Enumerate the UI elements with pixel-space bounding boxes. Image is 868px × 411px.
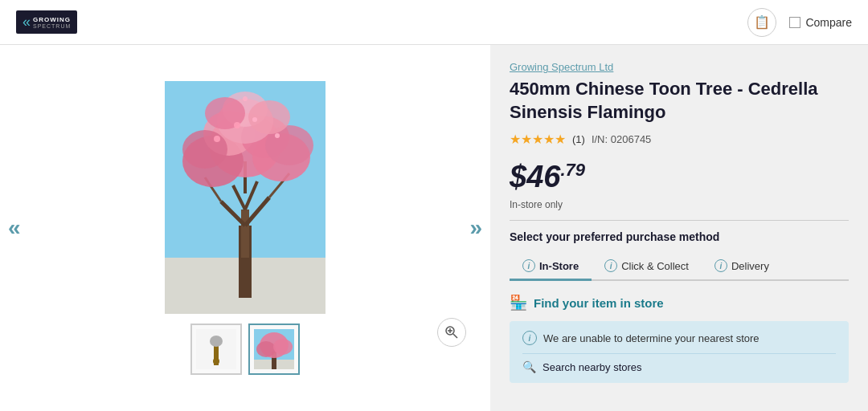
compare-checkbox[interactable] [789,17,800,28]
svg-point-40 [273,339,293,355]
compare-control[interactable]: Compare [789,16,852,29]
rating-row: ★★★★★ (1) I/N: 0206745 [510,132,849,147]
store-building-icon: 🏪 [510,294,527,311]
thumbnail-2[interactable] [248,324,300,375]
tab-delivery[interactable]: i Delivery [702,253,782,281]
list-icon-button[interactable]: 📋 [747,8,776,37]
tab-delivery-label: Delivery [731,260,769,272]
tab-click-collect-label: Click & Collect [621,260,689,272]
compare-label: Compare [805,16,852,29]
price-display: $46.79 [510,160,849,194]
store-info-message: We are unable to determine your nearest … [543,332,760,344]
svg-point-34 [213,358,219,364]
logo: « GROWING SPECTRUM [16,10,77,34]
product-image-svg [165,81,326,314]
logo-icon: « [23,14,31,31]
thumbnail-1[interactable] [190,324,242,375]
svg-point-22 [234,122,240,128]
purchase-method-heading: Select your preferred purchase method [510,230,849,243]
in-store-info-icon: i [522,259,535,272]
svg-point-23 [252,117,257,122]
prev-image-button[interactable]: « [8,215,21,241]
click-collect-info-icon: i [604,259,617,272]
product-title: 450mm Chinese Toon Tree - Cedrella Sinen… [510,78,849,124]
svg-point-17 [182,130,227,169]
list-icon: 📋 [754,14,770,30]
svg-point-24 [214,136,220,142]
divider-1 [510,220,849,221]
info-box-divider [522,353,836,354]
price-cents: .79 [560,161,585,181]
svg-point-26 [243,96,248,101]
next-image-button[interactable]: » [469,215,482,241]
svg-rect-3 [241,210,249,258]
store-section-header: 🏪 Find your item in store [510,294,849,311]
availability-label: In-store only [510,199,849,210]
star-rating: ★★★★★ [510,132,566,147]
tab-click-collect[interactable]: i Click & Collect [592,253,702,281]
main-content: « [0,45,868,411]
delivery-info-icon: i [714,259,727,272]
store-info-box: i We are unable to determine your neares… [510,321,849,383]
tab-in-store[interactable]: i In-Store [510,253,592,281]
logo-text: GROWING SPECTRUM [33,16,71,29]
brand-link[interactable]: Growing Spectrum Ltd [510,61,849,73]
product-image [165,81,326,314]
purchase-method-tabs: i In-Store i Click & Collect i Delivery [510,253,849,281]
review-count[interactable]: (1) [572,133,585,145]
info-circle-icon: i [522,331,537,345]
item-number: I/N: 0206745 [592,133,651,145]
search-icon: 🔍 [522,360,536,373]
price-dollar: $46 [510,160,560,193]
header-actions: 📋 Compare [747,8,852,37]
search-stores-link[interactable]: Search nearby stores [542,361,642,373]
thumbnail-list [190,324,300,375]
header: « GROWING SPECTRUM 📋 Compare [0,0,868,45]
svg-point-39 [256,341,276,357]
svg-point-21 [248,100,290,134]
svg-point-25 [275,133,280,138]
store-info-message-row: i We are unable to determine your neares… [522,331,836,345]
svg-line-28 [453,334,457,338]
tab-in-store-label: In-Store [539,260,579,272]
product-image-panel: « [0,45,490,411]
svg-point-33 [210,336,223,347]
product-details-panel: Growing Spectrum Ltd 450mm Chinese Toon … [490,45,868,411]
store-section-title: Find your item in store [534,296,664,310]
zoom-button[interactable] [437,318,466,347]
zoom-icon [444,325,459,340]
price-value: $46.79 [510,160,585,193]
search-stores-row[interactable]: 🔍 Search nearby stores [522,360,836,373]
